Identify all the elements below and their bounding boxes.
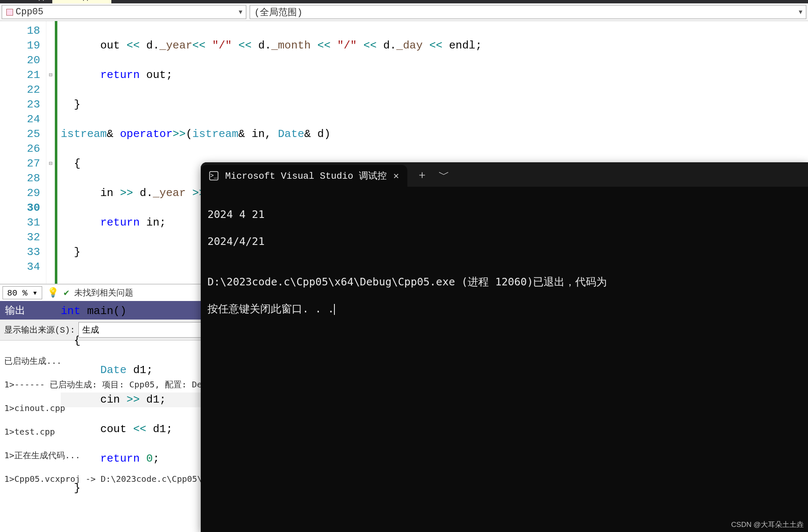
tab-cinout[interactable]: cinout.cpp <box>0 0 52 3</box>
scope-global-dropdown[interactable]: (全局范围) ▾ <box>250 5 806 19</box>
chevron-down-icon[interactable]: ﹀ <box>439 167 450 182</box>
console-body[interactable]: 2024 4 21 2024/4/21 D:\2023code.c\Cpp05\… <box>201 187 808 350</box>
lightbulb-icon[interactable]: 💡 <box>47 287 59 298</box>
tab-test[interactable]: test.cpp ⊓ × <box>52 0 111 3</box>
tab-label: cinout.cpp <box>6 0 46 2</box>
collapse-toggle-icon[interactable]: ⊟ <box>46 68 55 83</box>
chevron-down-icon: ▾ <box>798 6 803 18</box>
scope-global-label: (全局范围) <box>254 6 302 19</box>
code-line: return out; <box>61 68 808 83</box>
console-line: 2024/4/21 <box>207 235 801 248</box>
console-title: Microsoft Visual Studio 调试控 <box>225 169 387 182</box>
debug-console-window[interactable]: >_ Microsoft Visual Studio 调试控 ✕ ＋ ﹀ 202… <box>201 162 808 532</box>
output-source-dropdown[interactable]: 生成 <box>78 322 209 338</box>
project-icon <box>6 9 13 16</box>
code-line: istream& operator>>(istream& in, Date& d… <box>61 127 808 142</box>
check-icon: ✔ <box>64 287 69 298</box>
tab-label: test.cpp <box>58 0 91 2</box>
navigation-bar: Cpp05 ▾ (全局范围) ▾ <box>0 3 808 21</box>
console-actions: ＋ ﹀ <box>407 162 459 187</box>
console-line: 按任意键关闭此窗口. . . <box>207 302 801 316</box>
text-cursor <box>334 304 335 315</box>
outline-strip[interactable]: ⊟ ⊟ <box>46 21 55 284</box>
code-line: } <box>61 97 808 112</box>
line-number-gutter: 18 19 20 21 22 23 24 25 26 27 28 29 30 3… <box>0 21 46 284</box>
chevron-down-icon: ▾ <box>32 288 38 298</box>
watermark: CSDN @大耳朵土土垚 <box>731 520 804 529</box>
zoom-dropdown[interactable]: 80 % ▾ <box>3 286 42 299</box>
console-line: 2024 4 21 <box>207 208 801 221</box>
chevron-down-icon: ▾ <box>238 6 243 18</box>
close-icon[interactable]: × <box>101 0 105 2</box>
collapse-toggle-icon[interactable]: ⊟ <box>46 156 55 171</box>
console-line: D:\2023code.c\Cpp05\x64\Debug\Cpp05.exe … <box>207 275 801 289</box>
close-icon[interactable]: ✕ <box>393 170 399 182</box>
new-tab-button[interactable]: ＋ <box>417 167 428 182</box>
terminal-icon: >_ <box>209 171 218 180</box>
output-source-label: 显示输出来源(S): <box>4 324 75 336</box>
lint-status-text: 未找到相关问题 <box>74 287 133 298</box>
pin-icon[interactable]: ⊓ <box>94 0 98 2</box>
console-titlebar[interactable]: >_ Microsoft Visual Studio 调试控 ✕ ＋ ﹀ <box>201 162 808 187</box>
code-line: out << d._year<< "/" << d._month << "/" … <box>61 38 808 53</box>
console-tab[interactable]: >_ Microsoft Visual Studio 调试控 ✕ <box>201 165 407 187</box>
scope-project-dropdown[interactable]: Cpp05 ▾ <box>2 5 246 19</box>
scope-project-label: Cpp05 <box>16 7 43 17</box>
file-tabs: cinout.cpp test.cpp ⊓ × <box>0 0 808 3</box>
